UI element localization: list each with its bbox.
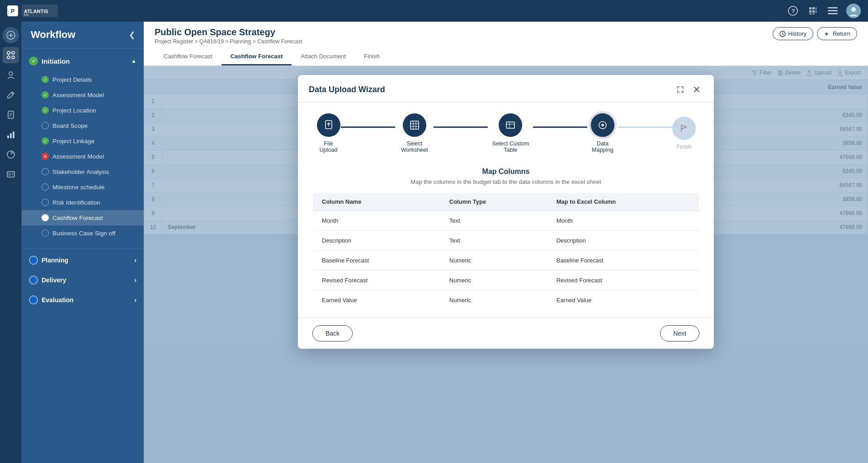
sidebar-item-assessment-model-2[interactable]: ✕ Assessment Model bbox=[22, 149, 144, 164]
data-mapping-icon bbox=[597, 120, 608, 131]
svg-point-20 bbox=[7, 51, 10, 54]
sidebar-title: Workflow bbox=[31, 29, 75, 41]
col-excel-month: Month bbox=[547, 211, 699, 231]
menu-icon[interactable] bbox=[826, 5, 839, 17]
sidebar-item-board-scope[interactable]: Board Scope bbox=[22, 118, 144, 133]
modal-header: Data Upload Wizard bbox=[298, 75, 714, 103]
close-icon bbox=[693, 86, 700, 93]
modal-close-button[interactable] bbox=[690, 83, 703, 96]
sidebar-icon-user[interactable] bbox=[3, 67, 19, 83]
modal-header-actions bbox=[674, 83, 703, 96]
sidebar-section-initiation-header[interactable]: ✓ Initiation ▲ bbox=[22, 52, 144, 70]
svg-rect-33 bbox=[10, 133, 12, 138]
svg-rect-7 bbox=[809, 10, 811, 13]
sidebar-item-project-location[interactable]: ✓ Project Location bbox=[22, 103, 144, 118]
sidebar-item-project-linkage[interactable]: ✓ Project Linkage bbox=[22, 133, 144, 149]
svg-point-59 bbox=[602, 125, 603, 126]
svg-rect-10 bbox=[809, 14, 811, 14]
col-excel-description: Description bbox=[547, 231, 699, 251]
modal-expand-button[interactable] bbox=[674, 83, 687, 96]
sidebar-phase-planning[interactable]: Planning › bbox=[22, 250, 144, 270]
sidebar-item-milestone-schedule[interactable]: Milestone schedule bbox=[22, 179, 144, 195]
sidebar-icon-edit[interactable] bbox=[3, 87, 19, 103]
sidebar-icon-workflow[interactable] bbox=[3, 47, 19, 63]
col-name-earned-value: Earned Value bbox=[313, 290, 440, 310]
sidebar-item-assessment-model-1[interactable]: ✓ Assessment Model bbox=[22, 87, 144, 103]
initiation-label: Initiation bbox=[42, 57, 70, 65]
sidebar-icon-id[interactable] bbox=[3, 166, 19, 182]
sidebar-icon-add[interactable] bbox=[3, 27, 19, 43]
sidebar-item-project-details[interactable]: ✓ Project Details bbox=[22, 72, 144, 87]
svg-point-37 bbox=[8, 173, 10, 176]
return-button[interactable]: Return bbox=[817, 27, 857, 40]
wizard-step-data-mapping[interactable]: Data Mapping bbox=[587, 113, 618, 153]
initiation-check-icon: ✓ bbox=[29, 56, 38, 65]
sidebar-icon-analytics[interactable] bbox=[3, 146, 19, 163]
modal-dialog: Data Upload Wizard bbox=[298, 75, 714, 349]
col-type-earned-value: Numeric bbox=[440, 290, 547, 310]
map-columns-subtitle: Map the columns in the budget tab to the… bbox=[312, 178, 699, 185]
risk-identification-status-icon bbox=[42, 199, 49, 206]
business-case-signoff-label: Business Case Sign off bbox=[52, 230, 115, 237]
sidebar-phase-delivery[interactable]: Delivery › bbox=[22, 270, 144, 290]
history-button[interactable]: History bbox=[773, 27, 813, 40]
help-icon[interactable]: ? bbox=[787, 5, 799, 17]
file-upload-circle bbox=[317, 113, 340, 137]
planning-chevron: › bbox=[134, 257, 137, 264]
wizard-step-select-worksheet[interactable]: Select Worksheet bbox=[395, 113, 434, 153]
history-label: History bbox=[788, 30, 807, 37]
col-name-baseline-forecast: Baseline Forecast bbox=[313, 251, 440, 271]
return-label: Return bbox=[833, 30, 850, 37]
select-worksheet-circle bbox=[403, 113, 426, 137]
next-button[interactable]: Next bbox=[660, 325, 699, 341]
svg-rect-6 bbox=[816, 7, 816, 9]
wizard-step-file-upload[interactable]: File Upload bbox=[316, 113, 341, 153]
col-type-revised-forecast: Numeric bbox=[440, 271, 547, 290]
risk-identification-label: Risk Identification bbox=[52, 199, 100, 206]
select-worksheet-label: Select Worksheet bbox=[395, 140, 434, 153]
map-columns-table: Column Name Column Type Map to Excel Col… bbox=[312, 192, 699, 310]
wizard-steps: File Upload bbox=[298, 103, 714, 160]
data-mapping-label: Data Mapping bbox=[587, 140, 618, 153]
map-table-row: Month Text Month bbox=[313, 211, 699, 231]
tab-finish[interactable]: Finish bbox=[355, 48, 389, 65]
sidebar-item-risk-identification[interactable]: Risk Identification bbox=[22, 195, 144, 210]
milestone-schedule-status-icon bbox=[42, 183, 49, 191]
project-linkage-label: Project Linkage bbox=[52, 138, 94, 145]
svg-rect-49 bbox=[410, 121, 419, 129]
sidebar-phase-evaluation[interactable]: Evaluation › bbox=[22, 290, 144, 310]
wizard-step-select-custom-table[interactable]: Select Custom Table bbox=[488, 113, 533, 153]
assessment-model-2-status-icon: ✕ bbox=[42, 153, 49, 160]
connector-4 bbox=[618, 126, 672, 128]
sidebar-item-cashflow-forecast[interactable]: Cashflow Forecast bbox=[22, 210, 144, 225]
map-col-type-header: Column Type bbox=[440, 193, 547, 211]
sidebar-icon-document[interactable] bbox=[3, 107, 19, 123]
sidebar-collapse-btn[interactable]: ❮ bbox=[129, 31, 135, 39]
user-avatar[interactable] bbox=[846, 4, 861, 18]
sidebar-items-initiation: ✓ Project Details ✓ Assessment Model ✓ P… bbox=[22, 70, 144, 243]
project-title: Public Open Space Strategy bbox=[155, 27, 302, 37]
sidebar-item-business-case-signoff[interactable]: Business Case Sign off bbox=[22, 225, 144, 241]
tab-cashflow-forecast-2[interactable]: Cashflow Forecast bbox=[222, 48, 292, 65]
svg-rect-11 bbox=[812, 14, 815, 14]
wizard-step-finish[interactable]: Finish bbox=[672, 117, 696, 150]
delivery-phase-dot bbox=[29, 276, 38, 285]
tab-attach-document[interactable]: Attach Document bbox=[292, 48, 355, 65]
assessment-model-2-label: Assessment Model bbox=[52, 153, 104, 160]
svg-point-16 bbox=[851, 7, 856, 12]
modal-overlay: Data Upload Wizard bbox=[144, 66, 868, 463]
sidebar-icon-chart[interactable] bbox=[3, 126, 19, 143]
cashflow-forecast-status-icon bbox=[42, 214, 49, 221]
breadcrumb: Project Register > QA818/19 > Planning >… bbox=[155, 38, 302, 45]
back-button[interactable]: Back bbox=[312, 325, 353, 341]
sidebar-item-stakeholder-analysis[interactable]: Stakeholder Analysis bbox=[22, 164, 144, 179]
finish-circle bbox=[672, 117, 696, 140]
grid-icon[interactable] bbox=[807, 5, 819, 17]
map-col-name-header: Column Name bbox=[313, 193, 440, 211]
map-table-row: Earned Value Numeric Earned Value bbox=[313, 290, 699, 310]
svg-line-27 bbox=[11, 93, 13, 94]
assessment-model-1-status-icon: ✓ bbox=[42, 91, 49, 98]
logo-text: ATLANTIS inc. bbox=[22, 5, 58, 17]
tab-cashflow-forecast-1[interactable]: Cashflow Forecast bbox=[155, 48, 222, 65]
delivery-label: Delivery bbox=[42, 276, 66, 284]
